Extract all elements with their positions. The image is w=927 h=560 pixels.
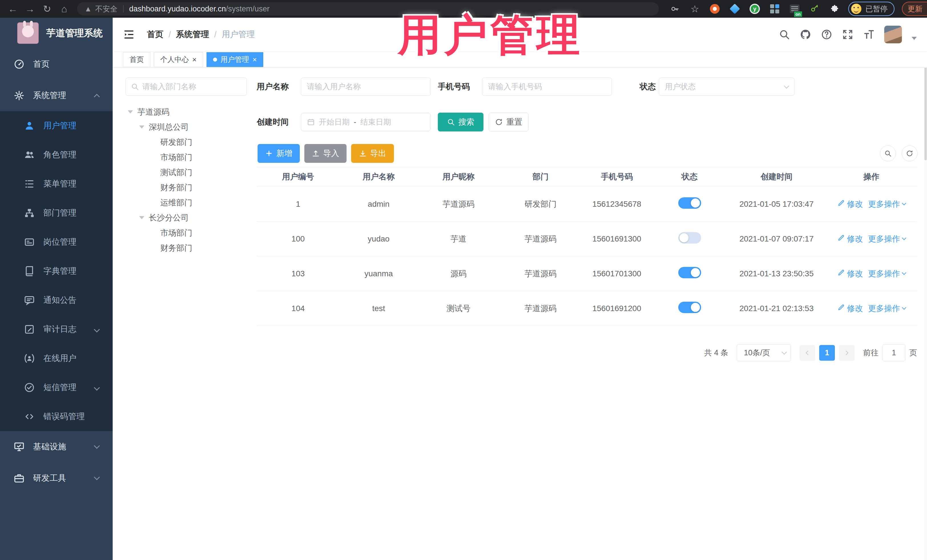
caret-down-icon (139, 216, 144, 219)
add-button[interactable]: 新增 (258, 144, 300, 163)
status-toggle[interactable] (678, 302, 701, 313)
sidebar-item-error-code[interactable]: 错误码管理 (0, 402, 112, 431)
sidebar-logo-row[interactable]: 芋道管理系统 (0, 18, 112, 49)
next-page-button[interactable] (839, 345, 854, 361)
tree-node[interactable]: 测试部门 (126, 165, 248, 180)
import-button[interactable]: 导入 (304, 144, 346, 163)
status-toggle[interactable] (678, 267, 701, 278)
browser-profile-chip[interactable]: 已暂停 (848, 2, 895, 16)
page-size-select[interactable]: 10条/页 (737, 344, 791, 361)
browser-update-button[interactable]: 更新 (902, 2, 927, 16)
create-time-label: 创建时间 (257, 113, 289, 131)
sidebar-item-sms-mgmt[interactable]: 短信管理 (0, 373, 112, 402)
edit-link[interactable]: 修改 (837, 234, 863, 244)
current-page-button[interactable]: 1 (819, 345, 835, 361)
sidebar-item-post-mgmt[interactable]: 岗位管理 (0, 228, 112, 256)
tree-node[interactable]: 市场部门 (126, 225, 248, 240)
extension-ubuntu-icon[interactable] (709, 3, 720, 15)
status-toggle[interactable] (678, 197, 701, 209)
address-bar[interactable]: ▲ 不安全 dashboard.yudao.iocoder.cn /system… (77, 2, 659, 15)
breadcrumb-item[interactable]: 首页 (147, 29, 163, 40)
breadcrumb-item[interactable]: 系统管理 (176, 29, 209, 40)
extension-y-logo-icon[interactable]: y (749, 3, 760, 15)
tree-node[interactable]: 财务部门 (126, 240, 248, 255)
tree-node[interactable]: 芋道源码 (126, 104, 248, 120)
cell-actions: 修改更多操作 (826, 303, 917, 314)
tree-node[interactable]: 财务部门 (126, 180, 248, 195)
mobile-input[interactable] (488, 82, 606, 91)
reset-button[interactable]: 重置 (489, 112, 529, 132)
browser-home-button[interactable]: ⌂ (58, 3, 71, 15)
chevron-left-icon (806, 351, 810, 355)
tree-node[interactable]: 深圳总公司 (126, 120, 248, 135)
font-size-icon[interactable] (863, 29, 874, 40)
tree-node[interactable]: 市场部门 (126, 150, 248, 165)
more-actions-link[interactable]: 更多操作 (868, 268, 906, 279)
edit-link[interactable]: 修改 (837, 303, 863, 314)
tree-node[interactable]: 研发部门 (126, 135, 248, 150)
export-button[interactable]: 导出 (351, 144, 394, 163)
sidebar-item-home[interactable]: 首页 (0, 49, 112, 80)
page-scrollbar[interactable] (924, 18, 927, 560)
dept-tree: 芋道源码深圳总公司研发部门市场部门测试部门财务部门运维部门长沙分公司市场部门财务… (126, 104, 248, 255)
extension-gem-icon[interactable] (729, 3, 740, 15)
status-toggle[interactable] (678, 232, 701, 243)
fullscreen-icon[interactable] (842, 29, 853, 40)
sidebar-item-audit-log[interactable]: 审计日志 (0, 315, 112, 344)
scrollbar-thumb[interactable] (924, 66, 927, 160)
prev-page-button[interactable] (799, 345, 815, 361)
extensions-puzzle-icon[interactable] (829, 3, 840, 15)
username-input[interactable] (307, 82, 425, 91)
cell-created: 2021-01-21 02:13:53 (727, 304, 826, 313)
browser-back-button[interactable]: ← (6, 3, 20, 15)
status-select[interactable]: 用户状态 (659, 77, 794, 96)
date-range-picker[interactable]: 开始日期 - 结束日期 (301, 113, 431, 131)
browser-forward-button[interactable]: → (23, 3, 36, 15)
search-button[interactable]: 搜索 (438, 112, 483, 132)
edit-link[interactable]: 修改 (837, 268, 863, 279)
cell-status (652, 232, 727, 246)
main-area: 首页/系统管理/用户管理 首页个人中心×用户管理× (112, 18, 927, 560)
sidebar-item-notice[interactable]: 通知公告 (0, 286, 112, 315)
avatar-caret-down-icon[interactable] (912, 37, 917, 40)
close-icon[interactable]: × (192, 56, 196, 63)
tab-profile[interactable]: 个人中心× (154, 52, 203, 67)
password-key-icon[interactable] (669, 3, 681, 15)
help-icon[interactable] (821, 29, 832, 40)
sidebar-item-system[interactable]: 系统管理 (0, 80, 112, 111)
close-icon[interactable]: × (252, 56, 257, 63)
tab-user-mgmt[interactable]: 用户管理× (207, 52, 263, 67)
tree-node[interactable]: 运维部门 (126, 195, 248, 210)
extension-green-key-icon[interactable] (809, 3, 820, 15)
sidebar-item-infra[interactable]: 基础设施 (0, 431, 112, 463)
sidebar-item-dev-tools[interactable]: 研发工具 (0, 463, 112, 494)
sidebar-item-dept-mgmt[interactable]: 部门管理 (0, 199, 112, 228)
table-search-toggle-button[interactable] (880, 146, 896, 161)
user-avatar[interactable] (884, 26, 902, 43)
goto-page-input[interactable] (883, 344, 905, 361)
table-refresh-button[interactable] (902, 146, 918, 161)
gauge-icon (14, 59, 24, 70)
extension-switch-icon[interactable]: on (789, 3, 800, 15)
sidebar-item-online-users[interactable]: 在线用户 (0, 344, 112, 373)
breadcrumb-item[interactable]: 用户管理 (222, 29, 255, 40)
username-label: 用户名称 (257, 77, 289, 96)
dept-search-input[interactable] (142, 82, 241, 91)
extension-grid-icon[interactable] (769, 3, 780, 15)
browser-reload-button[interactable]: ↻ (41, 3, 54, 15)
github-icon[interactable] (800, 29, 811, 40)
edit-link-label: 修改 (847, 268, 863, 279)
sidebar-item-role-mgmt[interactable]: 角色管理 (0, 140, 112, 169)
more-actions-link[interactable]: 更多操作 (868, 234, 906, 244)
bookmark-star-icon[interactable]: ☆ (689, 3, 701, 15)
more-actions-link[interactable]: 更多操作 (868, 199, 906, 209)
edit-link[interactable]: 修改 (837, 199, 863, 209)
more-actions-link[interactable]: 更多操作 (868, 303, 906, 314)
sidebar-item-user-mgmt[interactable]: 用户管理 (0, 111, 112, 140)
sidebar-item-menu-mgmt[interactable]: 菜单管理 (0, 169, 112, 199)
sidebar-item-dict-mgmt[interactable]: 字典管理 (0, 256, 112, 286)
tab-home[interactable]: 首页 (123, 52, 150, 67)
tree-node[interactable]: 长沙分公司 (126, 210, 248, 225)
search-icon[interactable] (779, 29, 790, 40)
collapse-sidebar-icon[interactable] (123, 29, 135, 41)
